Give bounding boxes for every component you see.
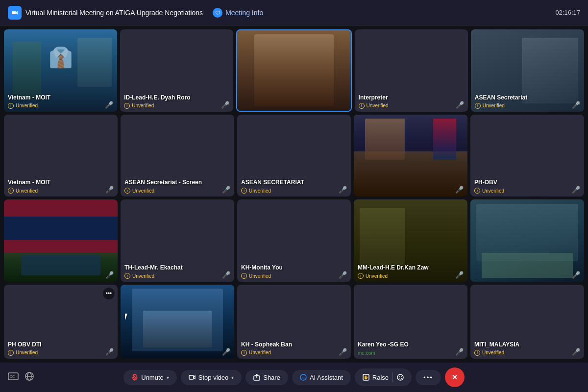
share-button[interactable]: Share — [245, 370, 288, 385]
tile-ph-obv-dti[interactable]: ••• PH OBV DTI ! Unverified 🎤 — [4, 285, 118, 359]
tile-cambodia[interactable]: 🎤 — [354, 115, 467, 197]
tile-label: Interpreter — [359, 94, 388, 101]
tile-status: ! Unverified — [241, 273, 271, 279]
tile-asean-screen[interactable]: ASEAN Secretariat - Screen ! Unverified … — [121, 115, 234, 197]
tile-label: PH-OBV — [474, 179, 497, 186]
mute-icon: 🎤 — [105, 101, 113, 109]
globe-icon[interactable] — [24, 371, 34, 384]
tile-status-text: Unverified — [16, 350, 38, 355]
tile-label: ASEAN Secretariat - Screen — [124, 179, 202, 186]
tile-mm-lead[interactable]: MM-Lead-H.E Dr.Kan Zaw ! Unverified 🎤 — [354, 199, 467, 282]
tile-label: TH-Lead-Mr. Ekachat — [124, 264, 183, 271]
captions-icon[interactable]: CC — [8, 372, 19, 383]
tile-active-speaker[interactable] — [236, 29, 351, 112]
grid-row-4: ••• PH OBV DTI ! Unverified 🎤 🎤 KH - Sop… — [4, 285, 584, 359]
video-icon — [189, 374, 196, 381]
tile-miti-malaysia[interactable]: MITI_MALAYSIA ! Unverified 🎤 — [470, 285, 584, 359]
tile-status: ! Unverified — [124, 273, 154, 279]
tile-status-text: Unverified — [16, 188, 38, 194]
raise-divider — [392, 372, 393, 382]
tile-status-text: Unverified — [249, 273, 271, 279]
tile-status-text: Unverified — [249, 350, 271, 355]
tile-status: ! Unverified — [359, 103, 389, 109]
ai-assistant-label: AI Assistant — [310, 374, 343, 381]
end-call-button[interactable]: ✕ — [445, 368, 465, 387]
raise-hand-icon: ✋ — [363, 374, 369, 381]
tile-malaysia-minister[interactable]: 🎤 — [121, 285, 234, 359]
tile-label: ASEAN Secretariat — [475, 94, 527, 101]
mute-icon: 🎤 — [105, 271, 114, 279]
tile-status: ! Unverified — [241, 350, 271, 356]
tile-label: ID-Lead-H.E. Dyah Roro — [124, 94, 190, 101]
tile-kh-monita[interactable]: KH-Monita You ! Unverified 🎤 — [237, 199, 351, 282]
unverified-icon: ! — [475, 103, 481, 109]
mute-icon: 🎤 — [222, 186, 230, 194]
tile-th-lead[interactable]: TH-Lead-Mr. Ekachat ! Unverified 🎤 — [121, 199, 234, 282]
unverified-icon: ! — [124, 188, 130, 194]
tile-interpreter[interactable]: Interpreter ! Unverified 🎤 — [355, 29, 468, 112]
tile-ph-obv[interactable]: PH-OBV ! Unverified 🎤 — [470, 115, 584, 197]
tile-status: ! Unverified — [475, 103, 505, 109]
ai-assistant-button[interactable]: AI AI Assistant — [292, 370, 351, 385]
call-timer: 02:16:17 — [555, 9, 580, 16]
meeting-info-label: Meeting Info — [225, 9, 263, 17]
unverified-icon: ! — [241, 350, 247, 356]
unverified-icon: ! — [124, 103, 130, 109]
tile-status: ! Unverified — [241, 188, 271, 194]
svg-rect-9 — [189, 375, 194, 379]
tile-label: KH-Monita You — [241, 264, 283, 271]
tile-id-lead[interactable]: ID-Lead-H.E. Dyah Roro ! Unverified 🎤 — [120, 29, 233, 112]
tile-status: ! Unverified — [8, 188, 38, 194]
tile-label: Vietnam - MOIT — [8, 179, 50, 186]
mute-icon: 🎤 — [456, 101, 464, 109]
stop-video-dropdown-arrow[interactable]: ▾ — [231, 375, 234, 380]
tile-status-text: Unverified — [249, 188, 271, 194]
meeting-info-button[interactable]: 🛡 Meeting Info — [213, 8, 263, 18]
tile-label: KH - Sopheak Ban — [241, 341, 292, 348]
more-button[interactable]: ••• — [416, 370, 441, 385]
end-call-icon: ✕ — [452, 373, 458, 381]
tile-status-text: Unverified — [482, 350, 504, 355]
unverified-icon: ! — [358, 273, 364, 279]
svg-text:AI: AI — [301, 376, 304, 379]
bottom-left-icons: CC — [8, 371, 34, 384]
raise-hand-button[interactable]: ✋ Raise — [355, 368, 412, 386]
tile-label: Vietnam - MOIT — [8, 94, 50, 101]
mute-icon: 🎤 — [221, 101, 229, 109]
unmute-dropdown-arrow[interactable]: ▾ — [167, 375, 169, 380]
video-grid: Vietnam - MOIT ! Unverified 🎤 ID-Lead-H.… — [0, 25, 588, 363]
tile-label: Karen Yeo -SG EO — [358, 341, 409, 348]
tile-vietnam-moit-2[interactable]: Vietnam - MOIT ! Unverified 🎤 — [4, 115, 118, 197]
top-bar: Virtual Ministerial Meeting on ATIGA Upg… — [0, 0, 588, 25]
tile-status: ! Unverified — [358, 273, 388, 279]
tile-more-button[interactable]: ••• — [103, 288, 115, 299]
unverified-icon: ! — [8, 188, 14, 194]
unmute-label: Unmute — [141, 374, 164, 381]
mute-icon: 🎤 — [339, 271, 347, 279]
tile-thailand-ministry[interactable]: 🎤 — [470, 199, 584, 282]
tile-karen-yeo[interactable]: Karen Yeo -SG EO me.com 🎤 — [354, 285, 467, 359]
svg-text:✋: ✋ — [364, 375, 368, 380]
tile-status: ! Unverified — [474, 188, 504, 194]
unmute-button[interactable]: Unmute ▾ — [123, 370, 177, 385]
tile-status-text: Unverified — [367, 103, 389, 108]
tile-asean-secretariat-1[interactable]: ASEAN Secretariat ! Unverified 🎤 — [471, 29, 584, 112]
mute-icon: 🎤 — [339, 348, 347, 356]
tile-laos-ministry[interactable]: 🎤 — [4, 199, 118, 282]
unverified-icon: ! — [241, 273, 247, 279]
mute-icon: 🎤 — [105, 348, 114, 356]
stop-video-button[interactable]: Stop video ▾ — [181, 370, 242, 385]
mute-icon: 🎤 — [455, 348, 464, 356]
unverified-icon: ! — [8, 103, 14, 109]
grid-row-3: 🎤 TH-Lead-Mr. Ekachat ! Unverified 🎤 KH-… — [4, 199, 584, 282]
tile-vietnam-moit[interactable]: Vietnam - MOIT ! Unverified 🎤 — [4, 29, 117, 112]
tile-status-text: Unverified — [132, 188, 154, 194]
ai-icon: AI — [300, 374, 307, 381]
tile-status-text: Unverified — [16, 103, 38, 108]
mute-icon: 🎤 — [105, 186, 114, 194]
unverified-icon: ! — [474, 188, 480, 194]
tile-asean-secretariat-2[interactable]: ASEAN SECRETARIAT ! Unverified 🎤 — [237, 115, 351, 197]
tile-email-status: me.com — [358, 350, 375, 356]
tile-status-text: Unverified — [482, 188, 504, 194]
tile-kh-sopheak[interactable]: KH - Sopheak Ban ! Unverified 🎤 — [237, 285, 351, 359]
